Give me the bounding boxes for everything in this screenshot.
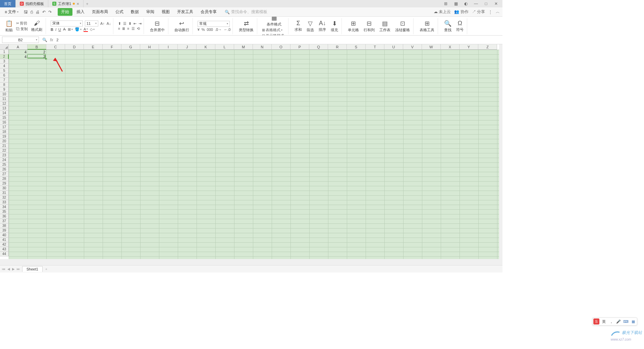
maximize-button[interactable]: □ (483, 1, 489, 6)
redo-icon[interactable]: ↷ (48, 10, 52, 14)
col-header[interactable]: J (178, 44, 197, 50)
horizontal-scrollbar[interactable] (0, 259, 502, 265)
share-button[interactable]: ↗ 分享 (472, 9, 485, 15)
cloud-status[interactable]: ☁ 未上云 (434, 9, 451, 15)
table-tool-button[interactable]: ⊞表格工具 (418, 20, 436, 33)
row-header[interactable]: 5 (0, 68, 9, 73)
print-preview-icon[interactable]: ⎙ (31, 10, 33, 14)
align-top-icon[interactable]: ⬆ (118, 21, 121, 26)
col-header[interactable]: R (328, 44, 347, 50)
font-size-select[interactable]: 11▾ (85, 20, 98, 27)
indent-increase-icon[interactable]: ⇥ (139, 21, 142, 26)
rowcol-button[interactable]: ⊟行和列 (362, 20, 376, 33)
cell-button[interactable]: ⊞单元格 (346, 20, 360, 33)
clear-format-button[interactable]: ◇▾ (90, 27, 95, 32)
col-header[interactable]: O (272, 44, 290, 50)
col-header[interactable]: D (65, 44, 84, 50)
save-icon[interactable]: 🖫 (24, 10, 28, 14)
row-header[interactable]: 42 (0, 242, 9, 247)
row-header[interactable]: 41 (0, 238, 9, 242)
row-header[interactable]: 2 (0, 54, 9, 59)
cut-button[interactable]: ✂ 剪切 (16, 21, 28, 26)
col-header[interactable]: M (234, 44, 253, 50)
sheet-tab[interactable]: Sheet1 (22, 266, 43, 272)
row-header[interactable]: 14 (0, 111, 9, 115)
row-header[interactable]: 22 (0, 148, 9, 153)
sheet-first-icon[interactable]: ⏮ (2, 267, 5, 271)
row-header[interactable]: 25 (0, 162, 9, 167)
collapse-ribbon-icon[interactable]: ︿ (496, 9, 500, 15)
col-header[interactable]: U (384, 44, 403, 50)
menu-layout[interactable]: 页面布局 (89, 8, 111, 16)
command-search[interactable]: 🔍 查找命令、搜索模板 (225, 9, 267, 15)
row-header[interactable]: 6 (0, 73, 9, 78)
align-left-icon[interactable]: ≡ (118, 27, 120, 31)
cell-value[interactable]: 4 (9, 50, 28, 54)
cell-value[interactable]: 4 (9, 54, 28, 59)
align-middle-icon[interactable]: ☰ (123, 21, 126, 26)
menu-data[interactable]: 数据 (127, 8, 142, 16)
cond-format-button[interactable]: ▦条件格式 (262, 17, 286, 27)
tab-home[interactable]: 首页 (0, 0, 16, 7)
row-header[interactable]: 19 (0, 134, 9, 139)
row-header[interactable]: 20 (0, 139, 9, 144)
row-header[interactable]: 27 (0, 172, 9, 177)
row-header[interactable]: 32 (0, 195, 9, 200)
italic-button[interactable]: I (55, 28, 56, 32)
grid-icon[interactable]: ▦ (453, 1, 459, 6)
close-icon[interactable]: ✕ (76, 2, 79, 6)
strike-button[interactable]: A̶ (63, 27, 66, 32)
col-header[interactable]: Y (460, 44, 478, 50)
bold-button[interactable]: B (51, 28, 53, 32)
menu-review[interactable]: 审阅 (143, 8, 158, 16)
merge-button[interactable]: ⊟合并居中 (149, 20, 166, 33)
row-header[interactable]: 11 (0, 97, 9, 101)
col-header[interactable]: E (84, 44, 103, 50)
cells-area[interactable]: 4242 (9, 50, 499, 259)
underline-button[interactable]: U (58, 28, 61, 32)
sort-button[interactable]: A↓排序 (317, 20, 327, 32)
filter-button[interactable]: ▽筛选 (305, 20, 315, 33)
row-header[interactable]: 15 (0, 115, 9, 120)
freeze-button[interactable]: ⊡冻结窗格 (394, 20, 411, 33)
border-button[interactable]: ⊞▾ (68, 27, 73, 32)
tab-workbook[interactable]: S 工作簿1 ✕ (48, 0, 84, 7)
col-header[interactable]: P (290, 44, 309, 50)
tab-template[interactable]: D 找稻壳模板 (16, 0, 48, 7)
row-header[interactable]: 26 (0, 167, 9, 172)
col-header[interactable]: N (253, 44, 272, 50)
menu-insert[interactable]: 插入 (73, 8, 88, 16)
cell-value[interactable]: 2 (28, 50, 46, 54)
row-header[interactable]: 10 (0, 92, 9, 97)
percent-icon[interactable]: % (202, 28, 205, 32)
row-header[interactable]: 34 (0, 205, 9, 209)
col-header[interactable]: S (347, 44, 366, 50)
row-header[interactable]: 35 (0, 209, 9, 214)
collab-button[interactable]: 👥 协作 (454, 9, 468, 15)
fx-search-icon[interactable]: 🔍 (41, 38, 49, 42)
menu-formula[interactable]: 公式 (112, 8, 127, 16)
type-convert-button[interactable]: ⇄类型转换 (237, 20, 255, 33)
menu-start[interactable]: 开始 (58, 8, 72, 16)
font-color-button[interactable]: A▾ (84, 27, 88, 32)
vertical-scrollbar[interactable] (499, 44, 502, 259)
col-header[interactable]: F (103, 44, 121, 50)
table-style-button[interactable]: ⊞ 表格格式▾ (262, 28, 286, 33)
row-header[interactable]: 30 (0, 186, 9, 191)
decrease-font-icon[interactable]: A↓ (107, 21, 111, 26)
fx-icon[interactable]: fx (49, 38, 54, 42)
row-header[interactable]: 4 (0, 64, 9, 68)
col-header[interactable]: I (159, 44, 178, 50)
row-header[interactable]: 16 (0, 120, 9, 125)
increase-font-icon[interactable]: A↑ (100, 21, 105, 26)
col-header[interactable]: X (441, 44, 460, 50)
layout-icon[interactable]: ⊞ (443, 1, 449, 6)
row-header[interactable]: 37 (0, 219, 9, 223)
align-center-icon[interactable]: ≣ (122, 27, 125, 31)
row-header[interactable]: 7 (0, 78, 9, 83)
col-header[interactable]: V (403, 44, 422, 50)
row-header[interactable]: 36 (0, 214, 9, 219)
name-box[interactable]: B2▾ (2, 37, 39, 43)
row-header[interactable]: 28 (0, 177, 9, 181)
sheet-prev-icon[interactable]: ◀ (7, 267, 10, 271)
